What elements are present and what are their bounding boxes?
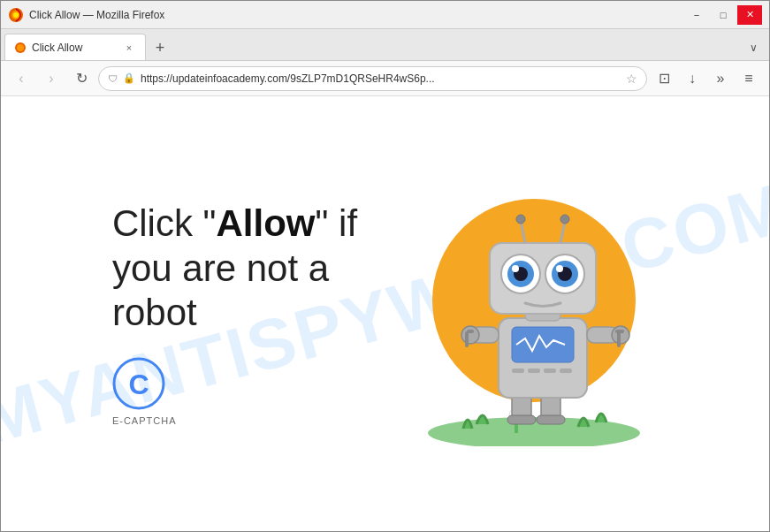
tab-list-button[interactable]: ∨ <box>741 35 766 60</box>
url-text: https://updateinfoacademy.com/9sZLP7mD1Q… <box>141 72 621 85</box>
captcha-section: C E-CAPTCHA <box>112 357 357 426</box>
svg-rect-23 <box>465 331 469 347</box>
svg-line-33 <box>560 221 565 243</box>
titlebar-controls: − □ ✕ <box>684 5 762 25</box>
nav-right-icons: ⊡ ↓ » ≡ <box>651 65 762 92</box>
navbar: ‹ › ↻ 🛡 🔒 https://updateinfoacademy.com/… <box>1 61 769 96</box>
security-shield-icon: 🛡 <box>108 73 118 84</box>
firefox-logo-icon <box>8 7 24 23</box>
svg-point-4 <box>17 44 24 51</box>
svg-point-22 <box>461 326 479 344</box>
svg-rect-27 <box>617 331 621 347</box>
tabbar: Click Allow × + ∨ <box>1 29 769 61</box>
main-content: Click "Allow" ifyou are not arobot C E-C… <box>77 181 693 446</box>
lock-icon: 🔒 <box>123 72 135 84</box>
menu-button[interactable]: ≡ <box>736 65 762 92</box>
titlebar-left: Click Allow — Mozilla Firefox <box>8 7 164 23</box>
robot-illustration <box>410 181 658 446</box>
pocket-button[interactable]: ⊡ <box>651 65 677 92</box>
maximize-button[interactable]: □ <box>711 5 736 25</box>
address-bar[interactable]: 🛡 🔒 https://updateinfoacademy.com/9sZLP7… <box>98 66 647 91</box>
tab-label: Click Allow <box>32 42 117 54</box>
svg-rect-18 <box>528 369 540 373</box>
allow-bold: Allow <box>217 202 316 244</box>
svg-rect-19 <box>544 369 556 373</box>
svg-text:C: C <box>128 369 149 400</box>
active-tab[interactable]: Click Allow × <box>4 34 146 60</box>
titlebar-title: Click Allow — Mozilla Firefox <box>29 9 164 21</box>
back-button[interactable]: ‹ <box>8 65 34 92</box>
captcha-logo-icon: C <box>112 357 165 410</box>
captcha-label: E-CAPTCHA <box>112 415 177 426</box>
svg-point-38 <box>512 265 519 272</box>
tab-favicon-icon <box>14 42 27 54</box>
titlebar: Click Allow — Mozilla Firefox − □ ✕ <box>1 1 769 29</box>
svg-line-31 <box>521 221 525 243</box>
page-content: MYANTISPYWARE.COM Click "Allow" ifyou ar… <box>1 96 769 531</box>
close-button[interactable]: ✕ <box>737 5 762 25</box>
svg-point-2 <box>13 12 19 18</box>
headline-text: Click "Allow" ifyou are not arobot <box>112 202 357 333</box>
svg-point-34 <box>560 215 569 224</box>
bookmark-star-icon[interactable]: ☆ <box>626 72 637 86</box>
new-tab-button[interactable]: + <box>148 35 172 60</box>
svg-point-32 <box>516 215 525 224</box>
forward-button[interactable]: › <box>38 65 65 92</box>
refresh-button[interactable]: ↻ <box>68 65 95 92</box>
svg-rect-20 <box>560 369 572 373</box>
svg-rect-13 <box>507 415 536 424</box>
headline: Click "Allow" ifyou are not arobot <box>112 201 357 335</box>
downloads-button[interactable]: ↓ <box>679 65 705 92</box>
browser-window: Click Allow — Mozilla Firefox − □ ✕ Clic… <box>0 0 770 532</box>
svg-rect-28 <box>615 330 624 333</box>
text-section: Click "Allow" ifyou are not arobot C E-C… <box>112 201 357 425</box>
robot-svg <box>410 181 658 446</box>
svg-rect-14 <box>537 415 565 424</box>
tab-close-button[interactable]: × <box>122 41 136 55</box>
svg-point-42 <box>556 265 563 272</box>
svg-rect-24 <box>467 330 474 333</box>
minimize-button[interactable]: − <box>684 5 709 25</box>
more-tools-button[interactable]: » <box>707 65 734 92</box>
svg-rect-17 <box>512 369 524 373</box>
